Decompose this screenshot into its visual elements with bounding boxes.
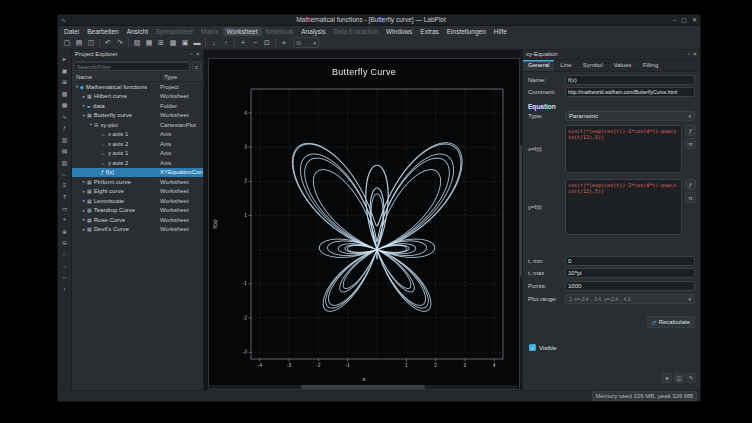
save-template-icon[interactable]: ◫ [674, 373, 684, 383]
filter-options-icon[interactable]: ≡ [192, 62, 201, 71]
menu-bearbeiten[interactable]: Bearbeiten [83, 27, 122, 36]
tree-item-xy-plot[interactable]: ▾⊞xy-plotCartesianPlot [72, 120, 203, 130]
new-note-icon[interactable]: ▬ [191, 37, 203, 49]
tree-item-y-axis-2[interactable]: ∟y axis 2Axis [72, 158, 203, 168]
close-button[interactable]: ✕ [692, 16, 697, 25]
add-text-label-icon[interactable]: T [60, 192, 70, 202]
shift-left-icon[interactable]: ← [60, 249, 70, 259]
undo-icon[interactable]: ↶ [102, 37, 114, 49]
add-legend-icon[interactable]: ≡ [60, 180, 70, 190]
close-dock-icon[interactable]: ✕ [692, 50, 697, 59]
plot-range-combo[interactable]: 1: x=-3.4 .. 3.4, y=-2.4 .. 4.3 ▾ [565, 294, 695, 304]
minimize-button[interactable]: – [673, 16, 676, 25]
add-boxplot-icon[interactable]: ▧ [60, 157, 70, 167]
menu-data-extraction[interactable]: Data Extraction [330, 27, 382, 36]
tree-item-f-x[interactable]: ƒf(x)XYEquationCurve [72, 168, 203, 178]
open-project-icon[interactable]: ▤ [73, 37, 85, 49]
add-plot-icon[interactable]: ▦ [60, 100, 70, 110]
zoom-out-tool-icon[interactable]: ⊖ [60, 238, 70, 248]
redo-icon[interactable]: ↷ [114, 37, 126, 49]
horizontal-scrollbar-thumb[interactable] [301, 385, 425, 389]
visible-checkbox[interactable]: ✓ Visible [529, 344, 557, 351]
tree-item-x-axis-1[interactable]: ∟x axis 1Axis [72, 130, 203, 140]
tree-item-lemniscate[interactable]: ▸▦LemniscateWorksheet [72, 196, 203, 206]
menu-windows[interactable]: Windows [382, 27, 416, 36]
float-dock-icon[interactable]: ▫ [190, 50, 192, 59]
tmin-input[interactable] [565, 256, 695, 266]
shift-right-icon[interactable]: → [60, 261, 70, 271]
menu-ansicht[interactable]: Ansicht [123, 27, 152, 36]
tab-symbol[interactable]: Symbol [578, 60, 609, 71]
insert-constant-icon[interactable]: π [685, 192, 696, 203]
column-name[interactable]: Name [72, 74, 92, 80]
menu-analysis[interactable]: Analysis [297, 27, 329, 36]
search-input[interactable] [74, 62, 190, 71]
menu-einstellungen[interactable]: Einstellungen [443, 27, 490, 36]
plot-canvas[interactable] [209, 59, 519, 389]
y-equation-input[interactable]: cos(t)*(exp(cos(t))-2*cos(4*t)-pow(sin(t… [565, 179, 682, 235]
tab-general[interactable]: General [523, 60, 555, 71]
zoom-fit-icon[interactable]: ⊡ [261, 37, 273, 49]
tree-item-hilbert-curve[interactable]: ▸▦Hilbert curveWorksheet [72, 92, 203, 102]
magnification-combo[interactable]: ⊙▾ [293, 37, 319, 48]
menu-hilfe[interactable]: Hilfe [490, 27, 511, 36]
menu-spreadsheet[interactable]: Spreadsheet [152, 27, 197, 36]
insert-constant-icon[interactable]: π [685, 138, 696, 149]
tree-item-x-axis-2[interactable]: ∟x axis 2Axis [72, 139, 203, 149]
column-type[interactable]: Type [160, 73, 177, 82]
tree-item-y-axis-1[interactable]: ∟y axis 1Axis [72, 149, 203, 159]
insert-function-icon[interactable]: ƒ [685, 179, 696, 190]
tree-item-teardrop-curve[interactable]: ▸▦Teardrop CurveWorksheet [72, 206, 203, 216]
select-mode-icon[interactable]: ⌖ [278, 37, 290, 49]
crosshair-tool-icon[interactable]: ⌖ [60, 215, 70, 225]
add-image-icon[interactable]: ▭ [60, 203, 70, 213]
menu-worksheet[interactable]: Worksheet [223, 27, 262, 36]
scale-auto-x-icon[interactable]: ↔ [60, 272, 70, 282]
add-worksheet-icon[interactable]: ▣ [60, 65, 70, 75]
worksheet-view[interactable]: Butterfly Curve f(x) x [204, 50, 524, 390]
tree-item-rose-curve[interactable]: ▸▦Rose CurveWorksheet [72, 215, 203, 225]
add-matrix-icon[interactable]: ▩ [60, 88, 70, 98]
tree-item-devil-s-curve[interactable]: ▸▦Devil's CurveWorksheet [72, 225, 203, 235]
comment-input[interactable] [565, 87, 695, 97]
x-equation-input[interactable]: sin(t)*(exp(cos(t))-2*cos(4*t)-pow(sin(t… [565, 125, 682, 173]
edit-template-icon[interactable]: ✎ [686, 373, 696, 383]
new-worksheet-icon[interactable]: ▣ [179, 37, 191, 49]
tree-column-headers[interactable]: Name Type [72, 73, 203, 82]
export-data-icon[interactable]: ↑ [220, 37, 232, 49]
titlebar[interactable]: ∿ Mathematical functions - [Butterfly cu… [58, 15, 700, 26]
equation-dock-header[interactable]: xy-Equation ▫ ✕ [523, 50, 700, 60]
context-menu-icon[interactable]: ≡ [662, 373, 672, 383]
tree-item-mathematical-functions[interactable]: ▾◆Mathematical functionsProject [72, 82, 203, 92]
zoom-in-icon[interactable]: + [237, 37, 249, 49]
plot-page[interactable]: Butterfly Curve f(x) x [208, 58, 520, 390]
add-equation-curve-icon[interactable]: ƒ [60, 123, 70, 133]
zoom-out-icon[interactable]: − [249, 37, 261, 49]
menu-datei[interactable]: Datei [60, 27, 83, 36]
close-dock-icon[interactable]: ✕ [195, 50, 200, 59]
tab-filling[interactable]: Filling [638, 60, 665, 71]
new-folder-icon[interactable]: ▧ [131, 37, 143, 49]
tab-line[interactable]: Line [555, 60, 577, 71]
menu-notebook[interactable]: Notebook [262, 27, 298, 36]
tmax-input[interactable] [565, 268, 695, 278]
maximize-button[interactable]: ▢ [681, 16, 687, 25]
new-spreadsheet-icon[interactable]: ⊞ [155, 37, 167, 49]
tree-item-data[interactable]: ▸▰dataFolder [72, 101, 203, 111]
horizontal-scrollbar[interactable] [208, 385, 518, 389]
import-data-icon[interactable]: ↓ [208, 37, 220, 49]
add-xy-curve-icon[interactable]: ∿ [60, 111, 70, 121]
tree-item-eight-curve[interactable]: ▸▦Eight curveWorksheet [72, 187, 203, 197]
tab-values[interactable]: Values [609, 60, 638, 71]
insert-function-icon[interactable]: ƒ [685, 125, 696, 136]
zoom-in-tool-icon[interactable]: ⊕ [60, 226, 70, 236]
name-input[interactable] [565, 75, 695, 85]
tree-item-butterfly-curve[interactable]: ▾▦Butterfly curveWorksheet [72, 111, 203, 121]
save-project-icon[interactable]: ◫ [85, 37, 97, 49]
type-combo[interactable]: Parametric ▾ [565, 111, 695, 121]
float-dock-icon[interactable]: ▫ [687, 50, 689, 59]
new-matrix-icon[interactable]: ▩ [167, 37, 179, 49]
new-workbook-icon[interactable]: ▦ [143, 37, 155, 49]
menu-extras[interactable]: Extras [416, 27, 442, 36]
tree-item-piriform-curve[interactable]: ▸▦Piriform curveWorksheet [72, 177, 203, 187]
